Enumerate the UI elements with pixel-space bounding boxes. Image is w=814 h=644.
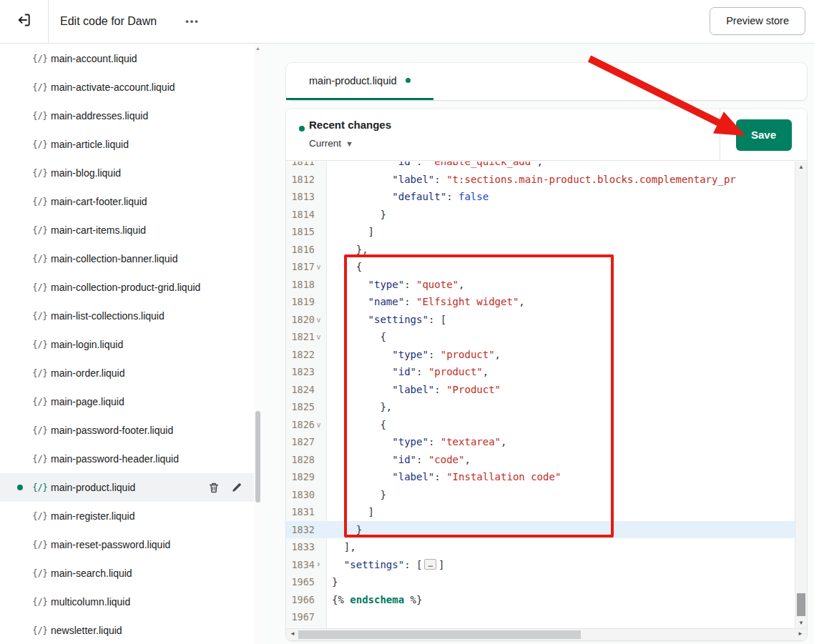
sidebar-item-multicolumn-liquid[interactable]: {/}multicolumn.liquid <box>0 588 254 616</box>
line-number: 1967 <box>286 608 327 626</box>
code-line[interactable]: { <box>327 328 795 346</box>
code-token: "label" <box>392 174 434 185</box>
code-line[interactable]: "label": "Installation code" <box>327 468 795 486</box>
code-line[interactable]: "label": "Product" <box>327 381 795 399</box>
file-name-label: main-activate-account.liquid <box>51 81 175 93</box>
code-line[interactable]: } <box>327 206 795 224</box>
sidebar-item-main-order-liquid[interactable]: {/}main-order.liquid <box>0 359 254 387</box>
vertical-scrollbar-thumb[interactable] <box>797 593 805 616</box>
code-line[interactable]: "type": "textarea", <box>327 433 795 451</box>
sidebar-item-main-register-liquid[interactable]: {/}main-register.liquid <box>0 502 254 530</box>
sidebar-item-main-password-header-liquid[interactable]: {/}main-password-header.liquid <box>0 445 254 473</box>
code-line[interactable]: ] <box>327 503 795 521</box>
code-token: {% <box>332 594 350 605</box>
exit-code-editor-button[interactable] <box>0 0 49 43</box>
code-line[interactable] <box>327 608 795 626</box>
fold-toggle-icon[interactable]: v <box>317 329 326 347</box>
sidebar-item-main-reset-password-liquid[interactable]: {/}main-reset-password.liquid <box>0 530 254 559</box>
line-number: 1827 <box>286 433 327 451</box>
code-line[interactable]: "id": "product", <box>327 363 795 381</box>
code-line[interactable]: { <box>327 416 795 434</box>
code-line[interactable]: "id": "code", <box>327 451 795 469</box>
code-line-row: 1833 ], <box>286 538 795 556</box>
code-line[interactable]: "settings": [ <box>327 311 795 329</box>
sidebar-item-main-blog-liquid[interactable]: {/}main-blog.liquid <box>0 159 254 187</box>
scroll-left-icon[interactable]: ◄ <box>287 630 298 637</box>
line-number: 1813 <box>286 188 327 206</box>
code-file-icon: {/} <box>31 568 49 578</box>
delete-file-icon[interactable] <box>208 482 220 494</box>
code-token: "code" <box>428 454 465 465</box>
code-line[interactable]: { <box>327 258 795 276</box>
version-dropdown[interactable]: Current▼ <box>309 138 353 149</box>
sidebar-item-main-account-liquid[interactable]: {/}main-account.liquid <box>0 44 254 73</box>
code-line[interactable]: }, <box>327 398 795 416</box>
code-line-row: 1811 "id": "enable_quick_add", <box>286 162 795 171</box>
sidebar-item-main-collection-product-grid-liquid[interactable]: {/}main-collection-product-grid.liquid <box>0 273 254 302</box>
horizontal-scrollbar[interactable]: ◄ ► <box>286 628 807 640</box>
code-file-icon: {/} <box>31 82 49 92</box>
sidebar-item-main-page-liquid[interactable]: {/}main-page.liquid <box>0 387 254 416</box>
sidebar-item-main-addresses-liquid[interactable]: {/}main-addresses.liquid <box>0 101 254 130</box>
rename-file-icon[interactable] <box>231 482 242 493</box>
horizontal-scrollbar-thumb[interactable] <box>298 630 581 639</box>
sidebar-item-main-product-liquid[interactable]: {/}main-product.liquid <box>0 473 254 502</box>
code-line[interactable]: "default": false <box>327 188 795 206</box>
code-token: "Elfsight widget" <box>416 296 519 307</box>
sidebar-scrollbar-thumb[interactable] <box>255 411 260 502</box>
sidebar-item-main-collection-banner-liquid[interactable]: {/}main-collection-banner.liquid <box>0 244 254 273</box>
preview-store-button[interactable]: Preview store <box>710 7 805 35</box>
code-line[interactable]: "label": "t:sections.main-product.blocks… <box>327 171 795 189</box>
scroll-down-icon[interactable]: ▼ <box>795 620 807 626</box>
sidebar-item-main-cart-footer-liquid[interactable]: {/}main-cart-footer.liquid <box>0 187 254 216</box>
save-button[interactable]: Save <box>736 119 792 151</box>
sidebar-item-main-activate-account-liquid[interactable]: {/}main-activate-account.liquid <box>0 73 254 101</box>
code-editor-panel: Recent changes Current▼ Save 1811 "id": … <box>286 109 807 640</box>
scroll-up-icon[interactable]: ▲ <box>254 46 262 51</box>
sidebar-item-main-article-liquid[interactable]: {/}main-article.liquid <box>0 130 254 159</box>
code-line[interactable]: "settings": […] <box>327 556 795 574</box>
more-actions-button[interactable]: ••• <box>182 13 203 30</box>
fold-toggle-icon[interactable]: › <box>317 555 326 573</box>
version-label: Current <box>309 138 341 149</box>
code-line-row: 1829 "label": "Installation code" <box>286 468 795 486</box>
fold-toggle-icon[interactable]: v <box>317 259 326 277</box>
code-line[interactable]: } <box>327 573 795 591</box>
code-token: , <box>519 296 524 307</box>
scroll-up-icon[interactable]: ▲ <box>795 164 807 170</box>
code-token <box>332 314 368 325</box>
code-token: , <box>459 279 464 290</box>
code-line[interactable]: ], <box>327 538 795 556</box>
code-line[interactable]: ] <box>327 223 795 241</box>
code-token: "Installation code" <box>446 471 561 482</box>
sidebar-item-main-password-footer-liquid[interactable]: {/}main-password-footer.liquid <box>0 416 254 445</box>
sidebar-item-newsletter-liquid[interactable]: {/}newsletter.liquid <box>0 616 254 644</box>
fold-toggle-icon[interactable]: v <box>317 312 326 330</box>
code-line[interactable]: "id": "enable_quick_add", <box>327 162 795 171</box>
line-number: 1820v <box>286 311 327 329</box>
sidebar-item-main-list-collections-liquid[interactable]: {/}main-list-collections.liquid <box>0 302 254 330</box>
folded-code-icon[interactable]: … <box>424 559 436 570</box>
tab-main-product-liquid[interactable]: main-product.liquid <box>286 63 433 100</box>
code-line[interactable]: } <box>327 486 795 504</box>
vertical-scrollbar[interactable]: ▲ ▼ <box>795 162 807 628</box>
code-token: "textarea" <box>441 436 501 447</box>
sidebar-item-main-search-liquid[interactable]: {/}main-search.liquid <box>0 559 254 588</box>
scroll-right-icon[interactable]: ► <box>795 630 806 637</box>
code-line[interactable]: "type": "product", <box>327 346 795 364</box>
tab-label: main-product.liquid <box>309 75 397 86</box>
code-token: "t:sections.main-product.blocks.compleme… <box>446 174 736 185</box>
fold-toggle-icon[interactable]: v <box>317 417 326 435</box>
code-token: : <box>434 471 446 482</box>
code-line[interactable]: "name": "Elfsight widget", <box>327 293 795 311</box>
sidebar-item-main-cart-items-liquid[interactable]: {/}main-cart-items.liquid <box>0 216 254 244</box>
code-line[interactable]: "type": "quote", <box>327 276 795 294</box>
code-token <box>332 436 392 447</box>
code-line[interactable]: } <box>327 521 795 539</box>
file-name-label: main-addresses.liquid <box>51 110 148 122</box>
sidebar-item-main-login-liquid[interactable]: {/}main-login.liquid <box>0 330 254 359</box>
code-line[interactable]: }, <box>327 241 795 259</box>
sidebar-scrollbar[interactable]: ▲ <box>254 44 262 644</box>
code-line[interactable]: {% endschema %} <box>327 591 795 609</box>
code-token: }, <box>332 244 368 255</box>
